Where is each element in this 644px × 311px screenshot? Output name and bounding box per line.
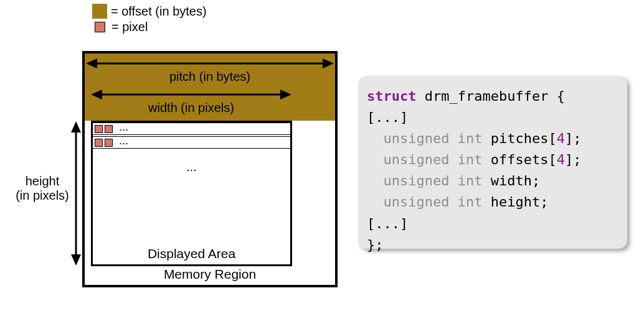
pitch-label: pitch (in bytes) [85, 70, 335, 84]
arr-num-2: 4 [557, 152, 565, 167]
semi-1: ; [573, 131, 581, 146]
arr-close-2: ] [565, 152, 573, 167]
row1-ellipsis: ... [119, 121, 128, 134]
pixel-icon [95, 139, 103, 147]
arr-open-2: [ [548, 152, 556, 167]
brace-open: { [557, 88, 565, 104]
legend: = offset (in bytes) = pixel [92, 4, 207, 35]
memory-region-box: pitch (in bytes) width (in pixels) ... .… [82, 51, 338, 287]
height-label-line1: height [26, 174, 60, 188]
ellipsis-2: [...] [367, 216, 408, 231]
pixel-icon [95, 125, 103, 133]
pixel-icon [105, 125, 113, 133]
type-uint-4: unsigned int [384, 194, 483, 210]
displayed-area-label: Displayed Area [93, 246, 290, 261]
field-width: width [491, 173, 532, 188]
pixel-row-2: ... [93, 136, 290, 149]
arr-open-1: [ [548, 131, 556, 146]
type-uint-1: unsigned int [384, 131, 483, 146]
legend-pixel-row: = pixel [92, 20, 207, 34]
svg-marker-5 [280, 90, 291, 100]
semi-2: ; [573, 152, 581, 167]
svg-marker-8 [71, 254, 81, 266]
body-ellipsis: ... [93, 160, 290, 174]
kw-struct: struct [367, 88, 416, 104]
legend-pixel-text: = pixel [111, 20, 148, 34]
row2-ellipsis: ... [119, 134, 128, 147]
svg-marker-7 [71, 121, 81, 132]
field-pitches: pitches [491, 131, 549, 146]
displayed-area-box: ... ... ... Displayed Area [91, 121, 292, 266]
svg-marker-1 [86, 58, 97, 68]
height-label: height (in pixels) [11, 174, 73, 203]
ellipsis-1: [...] [367, 109, 408, 125]
width-arrow [91, 88, 291, 101]
pixel-swatch [95, 22, 105, 32]
svg-marker-2 [323, 58, 334, 68]
struct-name: drm_framebuffer [425, 88, 549, 104]
svg-marker-4 [91, 90, 102, 100]
arr-close-1: ] [565, 131, 573, 146]
width-label: width (in pixels) [91, 101, 291, 115]
pitch-arrow [86, 57, 334, 70]
field-height: height [491, 194, 540, 210]
type-uint-3: unsigned int [384, 173, 483, 188]
memory-region-label: Memory Region [85, 267, 335, 282]
arr-num-1: 4 [557, 131, 565, 146]
offset-swatch [92, 4, 107, 19]
field-offsets: offsets [491, 152, 549, 167]
semi-3: ; [532, 173, 540, 188]
semi-4: ; [540, 194, 548, 210]
pixel-row-1: ... [93, 123, 290, 135]
height-label-line2: (in pixels) [16, 188, 69, 202]
legend-offset-row: = offset (in bytes) [92, 4, 207, 19]
brace-close: }; [367, 237, 384, 253]
legend-offset-text: = offset (in bytes) [111, 4, 207, 19]
pixel-icon [105, 139, 113, 147]
type-uint-2: unsigned int [384, 152, 483, 167]
code-panel: struct drm_framebuffer { [...] unsigned … [358, 76, 627, 249]
